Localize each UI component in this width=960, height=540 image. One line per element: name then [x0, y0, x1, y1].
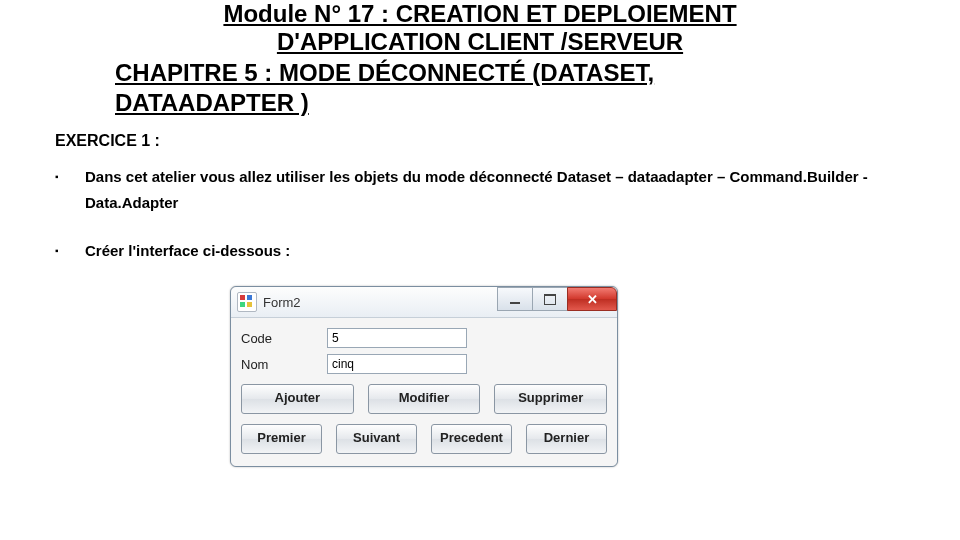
titlebar[interactable]: Form2 — [231, 287, 617, 318]
exercice-heading: EXERCICE 1 : — [55, 132, 960, 150]
window-controls — [498, 287, 617, 309]
chapter-title: CHAPITRE 5 : MODE DÉCONNECTÉ (DATASET, D… — [115, 58, 795, 118]
button-row-1: Ajouter Modifier Supprimer — [241, 384, 607, 414]
input-nom[interactable] — [327, 354, 467, 374]
minimize-button[interactable] — [497, 287, 533, 311]
modifier-button[interactable]: Modifier — [368, 384, 481, 414]
module-title-line1: Module N° 17 : CREATION ET DEPLOIEMENT — [223, 0, 736, 27]
app-icon — [237, 292, 257, 312]
dernier-button[interactable]: Dernier — [526, 424, 607, 454]
chapter-prefix: CHAPITRE 5 : — [115, 59, 279, 86]
premier-button[interactable]: Premier — [241, 424, 322, 454]
row-nom: Nom — [241, 354, 607, 374]
button-row-2: Premier Suivant Precedent Dernier — [241, 424, 607, 454]
form-window: Form2 Code Nom Ajouter Modifier Supprime… — [230, 286, 618, 467]
maximize-button[interactable] — [532, 287, 568, 311]
label-nom: Nom — [241, 357, 327, 372]
paragraph-1: Dans cet atelier vous allez utiliser les… — [55, 164, 930, 216]
precedent-button[interactable]: Precedent — [431, 424, 512, 454]
module-title: Module N° 17 : CREATION ET DEPLOIEMENT D… — [120, 0, 840, 56]
client-area: Code Nom Ajouter Modifier Supprimer Prem… — [231, 318, 617, 466]
label-code: Code — [241, 331, 327, 346]
suivant-button[interactable]: Suivant — [336, 424, 417, 454]
window-title: Form2 — [263, 295, 301, 310]
paragraph-2: Créer l'interface ci-dessous : — [55, 238, 930, 264]
ajouter-button[interactable]: Ajouter — [241, 384, 354, 414]
close-button[interactable] — [567, 287, 617, 311]
supprimer-button[interactable]: Supprimer — [494, 384, 607, 414]
row-code: Code — [241, 328, 607, 348]
module-title-line2: D'APPLICATION CLIENT /SERVEUR — [277, 28, 683, 55]
paragraph-list: Dans cet atelier vous allez utiliser les… — [55, 164, 930, 264]
input-code[interactable] — [327, 328, 467, 348]
